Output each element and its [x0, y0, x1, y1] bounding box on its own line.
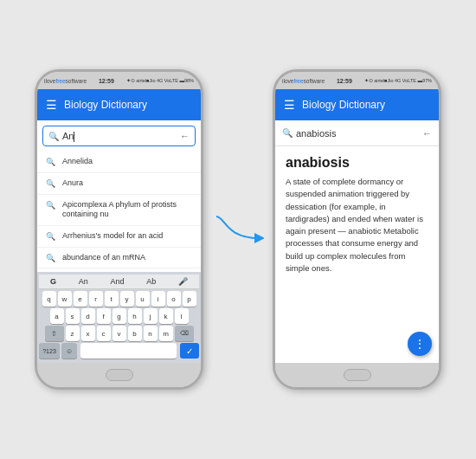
- left-content: 🔍 An ← 🔍 Annelida 🔍 Anura 🔍 Apico: [37, 120, 201, 363]
- right-brand: ilovefreesoftware: [282, 78, 325, 84]
- search-suggestion-icon: 🔍: [46, 201, 55, 210]
- key-n[interactable]: n: [144, 326, 158, 341]
- key-t[interactable]: t: [105, 291, 119, 307]
- suggestion-text: abundance of an mRNA: [62, 253, 145, 263]
- right-phone-bottom: [275, 363, 439, 387]
- shift-key[interactable]: ⇧: [45, 326, 64, 341]
- connecting-arrow: [212, 208, 264, 251]
- kbd-suggestion-1[interactable]: An: [79, 277, 88, 286]
- right-home-button[interactable]: [344, 369, 371, 381]
- left-status-text: ✦⊙ airtel■Jio 4G VoLTE ▬98%: [126, 78, 194, 83]
- key-b[interactable]: b: [128, 326, 142, 341]
- google-logo: G: [50, 277, 56, 286]
- definition-text: A state of complete dormancy or suspende…: [286, 176, 428, 275]
- left-app-title: Biology Dictionary: [64, 99, 147, 111]
- right-app-bar: ☰ Biology Dictionary: [275, 89, 439, 120]
- left-brand: ilovefreesoftware: [44, 78, 87, 84]
- numbers-key[interactable]: ?123: [39, 343, 60, 359]
- right-hamburger-icon[interactable]: ☰: [284, 98, 295, 112]
- key-c[interactable]: c: [97, 326, 111, 341]
- kbd-suggestion-3[interactable]: Ab: [146, 277, 156, 286]
- word-title: anabiosis: [286, 155, 428, 171]
- key-l[interactable]: l: [175, 308, 189, 324]
- search-suggestion-icon: 🔍: [46, 179, 55, 188]
- enter-key[interactable]: ✓: [180, 343, 199, 359]
- key-z[interactable]: z: [66, 326, 80, 341]
- left-search-bar[interactable]: 🔍 An ←: [42, 126, 196, 146]
- emoji-key[interactable]: ☺: [61, 343, 77, 359]
- right-status-icons: ✦⊙ airtel■Jio 4G VoLTE ▬97%: [364, 78, 432, 83]
- key-p[interactable]: p: [183, 291, 196, 307]
- left-status-bar: ilovefreesoftware 12:59 ✦⊙ airtel■Jio 4G…: [37, 72, 201, 89]
- left-suggestions-list: 🔍 Annelida 🔍 Anura 🔍 Apicomplexa A phylu…: [37, 152, 201, 272]
- arrow-container: [212, 208, 264, 251]
- phones-container: ilovefreesoftware 12:59 ✦⊙ airtel■Jio 4G…: [35, 69, 441, 390]
- fab-icon: ⋮: [414, 337, 426, 351]
- key-i[interactable]: i: [151, 291, 165, 307]
- right-status-bar: ilovefreesoftware 12:59 ✦⊙ airtel■Jio 4G…: [275, 72, 439, 89]
- search-suggestion-icon: 🔍: [46, 158, 55, 166]
- key-k[interactable]: k: [159, 308, 173, 324]
- left-home-button[interactable]: [106, 369, 133, 381]
- key-u[interactable]: u: [136, 291, 150, 307]
- key-h[interactable]: h: [128, 308, 142, 324]
- key-q[interactable]: q: [42, 291, 56, 307]
- right-content: 🔍 anabiosis ← anabiosis A state of compl…: [275, 120, 439, 363]
- key-f[interactable]: f: [97, 308, 111, 324]
- right-app-title: Biology Dictionary: [302, 99, 385, 111]
- list-item[interactable]: 🔍 Annelida: [37, 152, 201, 173]
- keyboard-row-2: a s d f g h j k l: [39, 308, 199, 324]
- right-search-bar[interactable]: 🔍 anabiosis ←: [275, 120, 439, 146]
- kbd-suggestion-2[interactable]: And: [110, 277, 124, 286]
- left-app-bar: ☰ Biology Dictionary: [37, 89, 201, 120]
- key-g[interactable]: g: [113, 308, 126, 324]
- key-a[interactable]: a: [50, 308, 64, 324]
- mic-icon[interactable]: 🎤: [178, 277, 188, 286]
- key-s[interactable]: s: [66, 308, 80, 324]
- fab-button[interactable]: ⋮: [408, 332, 432, 356]
- left-status-icons: ✦⊙ airtel■Jio 4G VoLTE ▬98%: [126, 78, 194, 83]
- space-key[interactable]: [80, 343, 177, 359]
- list-item[interactable]: 🔍 Anura: [37, 173, 201, 195]
- key-d[interactable]: d: [81, 308, 95, 324]
- key-m[interactable]: m: [159, 326, 173, 341]
- right-search-input[interactable]: anabiosis: [296, 128, 419, 139]
- key-o[interactable]: o: [167, 291, 181, 307]
- keyboard-row-4: ?123 ☺ ✓: [39, 343, 199, 359]
- right-status-text: ✦⊙ airtel■Jio 4G VoLTE ▬97%: [364, 78, 432, 83]
- right-back-arrow-icon[interactable]: ←: [422, 128, 432, 139]
- search-suggestion-icon: 🔍: [46, 254, 55, 262]
- right-phone: ilovefreesoftware 12:59 ✦⊙ airtel■Jio 4G…: [273, 69, 441, 390]
- left-phone-bottom: [37, 363, 201, 387]
- left-time: 12:59: [99, 78, 114, 84]
- left-phone: ilovefreesoftware 12:59 ✦⊙ airtel■Jio 4G…: [35, 69, 203, 390]
- suggestion-text: Anura: [62, 178, 83, 189]
- right-search-icon: 🔍: [282, 128, 293, 138]
- key-y[interactable]: y: [120, 291, 134, 307]
- suggestion-text: Arrhenius's model for an acid: [62, 231, 163, 242]
- keyboard-row-1: q w e r t y u i o p: [39, 291, 199, 307]
- list-item[interactable]: 🔍 abundance of an mRNA: [37, 248, 201, 269]
- left-hamburger-icon[interactable]: ☰: [46, 98, 57, 112]
- key-w[interactable]: w: [58, 291, 72, 307]
- delete-key[interactable]: ⌫: [175, 326, 194, 341]
- key-e[interactable]: e: [74, 291, 87, 307]
- left-back-arrow-icon[interactable]: ←: [180, 131, 190, 141]
- key-j[interactable]: j: [144, 308, 158, 324]
- list-item[interactable]: 🔍 Arrhenius's model for an acid: [37, 226, 201, 248]
- suggestion-text: Annelida: [62, 157, 93, 167]
- keyboard[interactable]: G An And Ab 🎤 q w e r t y u i o: [37, 272, 201, 363]
- keyboard-row-3: ⇧ z x c v b n m ⌫: [39, 326, 199, 341]
- key-r[interactable]: r: [89, 291, 103, 307]
- right-time: 12:59: [337, 78, 352, 84]
- key-v[interactable]: v: [113, 326, 126, 341]
- check-icon: ✓: [186, 346, 193, 356]
- cursor: [74, 132, 74, 142]
- list-item[interactable]: 🔍 Apicomplexa A phylum of protists conta…: [37, 195, 201, 226]
- suggestion-text: Apicomplexa A phylum of protists contain…: [62, 200, 192, 220]
- definition-area: anabiosis A state of complete dormancy o…: [275, 146, 439, 363]
- search-suggestion-icon: 🔍: [46, 232, 55, 241]
- key-x[interactable]: x: [81, 326, 95, 341]
- keyboard-suggestions-bar: G An And Ab 🎤: [39, 275, 199, 289]
- left-search-input[interactable]: An: [62, 131, 177, 142]
